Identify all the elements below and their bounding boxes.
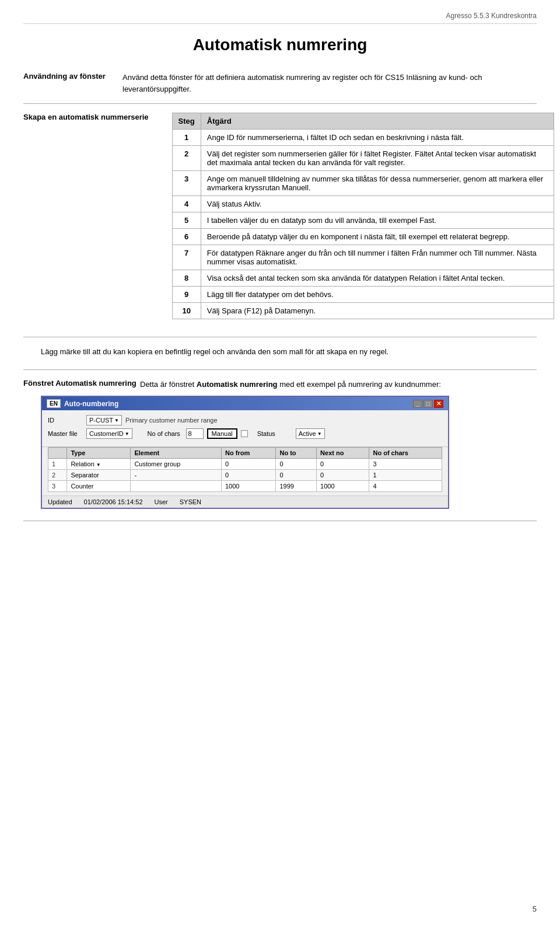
- row-no-from: 1000: [222, 481, 276, 492]
- table-row: 10 Välj Spara (F12) på Datamenyn.: [172, 303, 554, 319]
- app-window: EN Auto-numbering _ □ ✕ ID P-CUST ▼ Prim…: [41, 396, 449, 509]
- step-action: I tabellen väljer du en datatyp som du v…: [201, 212, 554, 229]
- row-num: 3: [48, 481, 67, 492]
- row-no-from: 0: [222, 459, 276, 470]
- step-number: 1: [172, 130, 201, 146]
- list-item: 3 Counter 1000 1999 1000 4: [48, 481, 442, 492]
- divider-2: [23, 337, 537, 337]
- updated-label: Updated: [48, 498, 72, 505]
- row-element: Customer group: [131, 459, 222, 470]
- col-element: Element: [131, 448, 222, 459]
- step-action: Ange ID för nummerserierna, i fältet ID …: [201, 130, 554, 146]
- steps-table: Steg Åtgärd 1 Ange ID för nummerserierna…: [172, 113, 554, 319]
- id-input[interactable]: P-CUST ▼: [86, 415, 122, 425]
- page-number: 5: [533, 905, 537, 913]
- col-row-num: [48, 448, 67, 459]
- no-of-chars-value: 8: [188, 430, 192, 437]
- id-label: ID: [48, 417, 83, 424]
- minimize-button[interactable]: _: [413, 400, 422, 408]
- step-number: 9: [172, 287, 201, 303]
- no-of-chars-input[interactable]: 8: [186, 428, 204, 439]
- table-row: 2 Välj det register som nummerserien gäl…: [172, 146, 554, 171]
- step-number: 3: [172, 171, 201, 196]
- row-element: [131, 481, 222, 492]
- table-row: 8 Visa också det antal tecken som ska an…: [172, 270, 554, 287]
- intro-section-text: Använd detta fönster för att definiera a…: [123, 72, 537, 95]
- manual-label: Manual: [212, 430, 233, 437]
- step-action: Välj status Aktiv.: [201, 196, 554, 212]
- status-value: Active: [299, 430, 316, 437]
- status-label: Status: [257, 430, 292, 437]
- updated-value: 01/02/2006 15:14:52: [84, 498, 143, 505]
- main-title: Automatisk numrering: [23, 36, 537, 54]
- col-no-from: No from: [222, 448, 276, 459]
- app-data-table: Type Element No from No to Next no No of…: [48, 447, 442, 492]
- step-number: 4: [172, 196, 201, 212]
- row-next-no: 0: [317, 459, 369, 470]
- step-action: Välj det register som nummerserien gälle…: [201, 146, 554, 171]
- id-value: P-CUST: [89, 417, 113, 424]
- window-section-desc: Detta är fönstret Automatisk numrering m…: [140, 379, 537, 390]
- table-row: 9 Lägg till fler datatyper om det behövs…: [172, 287, 554, 303]
- manual-checkbox[interactable]: [241, 430, 248, 437]
- table-row: 1 Ange ID för nummerserierna, i fältet I…: [172, 130, 554, 146]
- step-number: 7: [172, 245, 201, 270]
- step-number: 10: [172, 303, 201, 319]
- page-header: Agresso 5.5.3 Kundreskontra: [23, 12, 537, 24]
- user-label: User: [155, 498, 168, 505]
- status-input[interactable]: Active ▼: [296, 428, 325, 439]
- status-arrow: ▼: [317, 431, 322, 437]
- window-desc-bold: Automatisk numrering: [197, 380, 278, 389]
- step-number: 2: [172, 146, 201, 171]
- description-text: Primary customer number range: [125, 417, 218, 424]
- table-row: 5 I tabellen väljer du en datatyp som du…: [172, 212, 554, 229]
- master-file-label: Master file: [48, 430, 83, 437]
- manual-box: Manual: [207, 428, 237, 439]
- step-number: 6: [172, 229, 201, 245]
- window-section-label: Fönstret Automatisk numrering: [23, 379, 140, 390]
- divider-3: [23, 369, 537, 370]
- step-number: 8: [172, 270, 201, 287]
- row-type: Relation ▼: [67, 459, 131, 470]
- window-desc-rest: med ett exempel på numrering av kundnumm…: [278, 380, 441, 389]
- table-row: 6 Beroende på datatyp väljer du en kompo…: [172, 229, 554, 245]
- close-button[interactable]: ✕: [434, 400, 443, 408]
- id-dropdown-arrow: ▼: [114, 418, 119, 423]
- divider-1: [23, 103, 537, 104]
- row-no-to: 0: [276, 470, 317, 481]
- table-row: 3 Ange om manuell tilldelning av nummer …: [172, 171, 554, 196]
- step-action: Lägg till fler datatyper om det behövs.: [201, 287, 554, 303]
- row-element: -: [131, 470, 222, 481]
- form-row-1: ID P-CUST ▼ Primary customer number rang…: [48, 415, 442, 425]
- titlebar-title-group: EN Auto-numbering: [47, 399, 118, 408]
- master-file-input[interactable]: CustomerID ▼: [86, 428, 132, 439]
- step-action: Visa också det antal tecken som ska anvä…: [201, 270, 554, 287]
- row-next-no: 1000: [317, 481, 369, 492]
- note-text: Lägg märke till att du kan kopiera en be…: [41, 346, 537, 358]
- app-form: ID P-CUST ▼ Primary customer number rang…: [42, 410, 448, 447]
- col-no-of-chars: No of chars: [369, 448, 442, 459]
- form-row-2: Master file CustomerID ▼ No of chars 8 M…: [48, 428, 442, 439]
- row-no-to: 0: [276, 459, 317, 470]
- divider-4: [23, 521, 537, 521]
- step-number: 5: [172, 212, 201, 229]
- list-item: 2 Separator - 0 0 0 1: [48, 470, 442, 481]
- col-step: Steg: [172, 113, 201, 130]
- table-row: 7 För datatypen Räknare anger du från oc…: [172, 245, 554, 270]
- maximize-button[interactable]: □: [424, 400, 433, 408]
- col-next-no: Next no: [317, 448, 369, 459]
- step-action: För datatypen Räknare anger du från och …: [201, 245, 554, 270]
- row-no-of-chars: 3: [369, 459, 442, 470]
- row-no-of-chars: 1: [369, 470, 442, 481]
- app-title: Auto-numbering: [64, 400, 118, 408]
- col-no-to: No to: [276, 448, 317, 459]
- table-row: 4 Välj status Aktiv.: [172, 196, 554, 212]
- app-table-container: Type Element No from No to Next no No of…: [42, 447, 448, 495]
- app-titlebar: EN Auto-numbering _ □ ✕: [42, 397, 448, 410]
- master-file-arrow: ▼: [125, 431, 130, 437]
- col-action: Åtgärd: [201, 113, 554, 130]
- row-no-of-chars: 4: [369, 481, 442, 492]
- step-action: Beroende på datatyp väljer du en kompone…: [201, 229, 554, 245]
- app-footer: Updated 01/02/2006 15:14:52 User SYSEN: [42, 495, 448, 508]
- master-file-value: CustomerID: [89, 430, 124, 437]
